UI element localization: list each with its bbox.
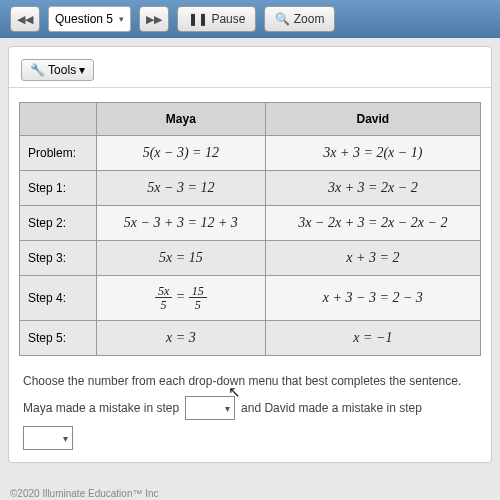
row-label: Step 2:: [20, 206, 97, 241]
row-label: Step 1:: [20, 171, 97, 206]
forward-button[interactable]: ▶▶: [139, 6, 169, 32]
row-label: Step 4:: [20, 276, 97, 321]
answer-row: Maya made a mistake in step ▾ and David …: [9, 390, 491, 456]
head-david: David: [265, 103, 480, 136]
fill-part1: Maya made a mistake in step: [23, 401, 179, 415]
head-blank: [20, 103, 97, 136]
work-table: Maya David Problem: 5(x − 3) = 12 3x + 3…: [19, 102, 481, 356]
david-step4: x + 3 − 3 = 2 − 3: [265, 276, 480, 321]
maya-step2: 5x − 3 + 3 = 12 + 3: [97, 206, 266, 241]
row-step5: Step 5: x = 3 x = −1: [20, 321, 481, 356]
maya-step4-frac-left: 5x5: [155, 285, 172, 311]
david-step3: x + 3 = 2: [265, 241, 480, 276]
row-problem: Problem: 5(x − 3) = 12 3x + 3 = 2(x − 1): [20, 136, 481, 171]
row-step4: Step 4: 5x5 = 155 x + 3 − 3 = 2 − 3: [20, 276, 481, 321]
maya-step4: 5x5 = 155: [97, 276, 266, 321]
david-step1: 3x + 3 = 2x − 2: [265, 171, 480, 206]
row-step2: Step 2: 5x − 3 + 3 = 12 + 3 3x − 2x + 3 …: [20, 206, 481, 241]
maya-step1: 5x − 3 = 12: [97, 171, 266, 206]
david-problem: 3x + 3 = 2(x − 1): [265, 136, 480, 171]
pause-button[interactable]: ❚❚ Pause: [177, 6, 256, 32]
back-button[interactable]: ◀◀: [10, 6, 40, 32]
footer-copyright: ©2020 Illuminate Education™ Inc: [10, 488, 159, 499]
david-step2: 3x − 2x + 3 = 2x − 2x − 2: [265, 206, 480, 241]
instruction-text: Choose the number from each drop-down me…: [9, 364, 491, 390]
zoom-button[interactable]: 🔍 Zoom: [264, 6, 335, 32]
top-toolbar: ◀◀ Question 5 ▾ ▶▶ ❚❚ Pause 🔍 Zoom: [0, 0, 500, 38]
maya-problem: 5(x − 3) = 12: [97, 136, 266, 171]
david-step-dropdown[interactable]: ▾: [23, 426, 73, 450]
head-maya: Maya: [97, 103, 266, 136]
row-label: Problem:: [20, 136, 97, 171]
chevron-down-icon: ▾: [119, 14, 124, 24]
row-step3: Step 3: 5x = 15 x + 3 = 2: [20, 241, 481, 276]
david-step5: x = −1: [265, 321, 480, 356]
tools-button[interactable]: 🔧 Tools ▾: [21, 59, 94, 81]
row-step1: Step 1: 5x − 3 = 12 3x + 3 = 2x − 2: [20, 171, 481, 206]
maya-step3: 5x = 15: [97, 241, 266, 276]
maya-step-dropdown[interactable]: ▾: [185, 396, 235, 420]
work-table-wrap: Maya David Problem: 5(x − 3) = 12 3x + 3…: [9, 88, 491, 364]
row-label: Step 5:: [20, 321, 97, 356]
tools-row: 🔧 Tools ▾: [9, 53, 491, 88]
row-label: Step 3:: [20, 241, 97, 276]
content-panel: 🔧 Tools ▾ Maya David Problem: 5(x − 3) =…: [8, 46, 492, 463]
fill-part2: and David made a mistake in step: [241, 401, 422, 415]
maya-step5: x = 3: [97, 321, 266, 356]
maya-step4-frac-right: 155: [189, 285, 207, 311]
question-selector[interactable]: Question 5 ▾: [48, 6, 131, 32]
question-label: Question 5: [55, 12, 113, 26]
